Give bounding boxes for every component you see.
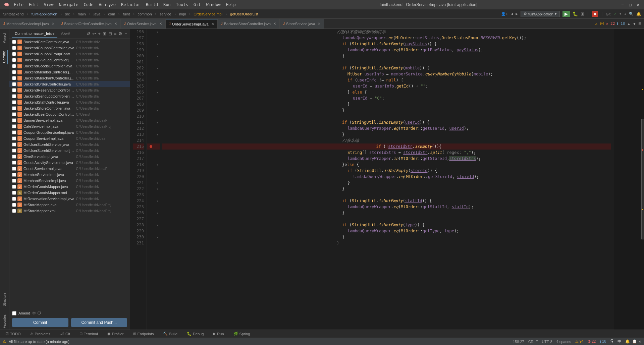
file-check-1[interactable] xyxy=(12,46,16,50)
coverage-button[interactable]: ⊞ xyxy=(581,11,584,16)
menu-view[interactable]: View xyxy=(42,2,56,8)
maximize-button[interactable]: □ xyxy=(627,2,634,7)
bottom-tab-problems[interactable]: ⚠ Problems xyxy=(28,331,53,337)
file-item-9[interactable]: J BackendSendLogController.java C:\Users… xyxy=(9,93,130,99)
menu-tools[interactable]: Tools xyxy=(174,2,190,8)
file-item-1[interactable]: J BackendCouponController.java C:\Users\… xyxy=(9,45,130,51)
menu-code[interactable]: Code xyxy=(82,2,96,8)
tab-order-service-impl[interactable]: J OrderServiceImpl.java ✕ xyxy=(166,19,218,28)
file-check-27[interactable] xyxy=(12,203,16,207)
file-item-11[interactable]: J BackendStoreController.java C:\Users\f… xyxy=(9,105,130,111)
bottom-tab-git[interactable]: ⎇ Git xyxy=(57,331,73,337)
file-item-16[interactable]: J CouponServiceImpl.java C:\Users\feishi… xyxy=(9,135,130,141)
file-check-3[interactable] xyxy=(12,58,16,62)
tab-chevron-down[interactable]: ▼ xyxy=(633,22,636,26)
file-check-22[interactable] xyxy=(12,173,16,177)
file-check-9[interactable] xyxy=(12,94,16,98)
file-item-26[interactable]: J MtReservationServiceImpl.java C:\Users… xyxy=(9,196,130,202)
tab-close-backend-store[interactable]: ✕ xyxy=(273,22,276,25)
file-item-14[interactable]: J CateServiceImpl.java C:\Users\feishi\I… xyxy=(9,123,130,129)
file-item-7[interactable]: J BackendOrderController.java C:\Users\f… xyxy=(9,81,130,87)
file-item-3[interactable]: J BackendGiveLogController.java C:\Users… xyxy=(9,57,130,63)
menu-git[interactable]: Git xyxy=(192,2,203,8)
fold-226[interactable]: ▾ xyxy=(155,210,160,216)
file-check-28[interactable] xyxy=(12,209,16,213)
amend-settings-btn[interactable]: ⚙ xyxy=(32,311,36,315)
menu-help[interactable]: Help xyxy=(224,2,238,8)
file-item-21[interactable]: J GoodsServiceImpl.java C:\Users\feishi\… xyxy=(9,166,130,172)
commit-minimize-btn[interactable]: − xyxy=(124,31,127,36)
tab-chevron-up[interactable]: ▲ xyxy=(627,22,631,26)
menu-run[interactable]: Run xyxy=(161,2,173,8)
run-config-dropdown[interactable]: ⚙ fuintApplication ▾ xyxy=(521,11,560,17)
tab-backend-store[interactable]: J BackendStoreController.java ✕ xyxy=(218,19,280,28)
file-item-18[interactable]: J GetUserStoreIdServiceImpl.java C:\User… xyxy=(9,148,130,154)
commit-revert-btn[interactable]: ↩ xyxy=(92,31,96,36)
tab-close-store-service[interactable]: ✕ xyxy=(318,22,320,25)
tab-order-service[interactable]: J OrderService.java ✕ xyxy=(121,19,166,28)
breadcrumb-app[interactable]: fuint-application xyxy=(32,12,57,16)
file-item-15[interactable]: J CouponGroupServiceImpl.java C:\Users\f… xyxy=(9,129,130,135)
bottom-tab-build[interactable]: 🔨 Build xyxy=(160,331,180,337)
breadcrumb-service[interactable]: service xyxy=(160,12,171,16)
bottom-tab-endpoints[interactable]: ⊞ Endpoints xyxy=(130,331,157,337)
file-item-12[interactable]: J BackendUserCouponController.java C:\Us… xyxy=(9,111,130,117)
menu-edit[interactable]: Edit xyxy=(27,2,41,8)
file-item-5[interactable]: J BackendMemberController.java C:\Users\… xyxy=(9,69,130,75)
tab-store-service[interactable]: J StoreService.java ✕ xyxy=(280,19,324,28)
commit-add-btn[interactable]: + xyxy=(98,31,101,36)
menu-bar[interactable]: 🧠 File Edit View Navigate Code Analyze R… xyxy=(3,2,238,8)
file-item-0[interactable]: J BackendCateController.java C:\Users\fe… xyxy=(9,39,130,45)
breadcrumb-class[interactable]: OrderServiceImpl xyxy=(194,12,222,16)
amend-checkbox[interactable] xyxy=(12,311,16,315)
git-update[interactable]: ↑ xyxy=(619,12,622,16)
menu-analyze[interactable]: Analyze xyxy=(97,2,118,8)
file-check-21[interactable] xyxy=(12,167,16,171)
file-item-28[interactable]: X MtStoreMapper.xml C:\Users\feishi\Idea… xyxy=(9,208,130,214)
bottom-tab-todo[interactable]: ☑ TODO xyxy=(3,331,23,337)
fold-200[interactable]: ▾ xyxy=(155,53,160,59)
file-check-23[interactable] xyxy=(12,179,16,183)
file-check-12[interactable] xyxy=(12,112,16,116)
file-item-27[interactable]: J MtStoreMapper.java C:\Users\feishi\Ide… xyxy=(9,202,130,208)
commit-sort-btn[interactable]: ≡ xyxy=(114,31,117,36)
breadcrumb-main[interactable]: main xyxy=(78,12,86,16)
stop-button[interactable]: ■ xyxy=(592,11,598,17)
tab-backend-order[interactable]: J BackendOrderController.java ✕ xyxy=(58,19,121,28)
fold-224[interactable]: ▾ xyxy=(155,198,160,204)
side-tab-structure[interactable]: Structure xyxy=(1,291,8,308)
commit-button[interactable]: Commit xyxy=(12,318,68,327)
run-button[interactable]: ▶ xyxy=(562,11,570,17)
file-item-23[interactable]: J MerchantServiceImpl.java C:\Users\feis… xyxy=(9,178,130,184)
scroll-thumb[interactable] xyxy=(641,119,644,239)
status-errors[interactable]: ⊗ 22 xyxy=(588,339,596,344)
file-check-11[interactable] xyxy=(12,106,16,110)
file-check-6[interactable] xyxy=(12,76,16,80)
debug-button[interactable]: 🐛 xyxy=(573,11,578,16)
file-check-13[interactable] xyxy=(12,118,16,122)
tab-close-order-impl[interactable]: ✕ xyxy=(211,22,214,26)
tab-close-order-service[interactable]: ✕ xyxy=(159,22,162,25)
fold-211[interactable]: ▾ xyxy=(155,119,160,125)
side-tab-favorites[interactable]: Favorites xyxy=(1,313,8,330)
fold-213[interactable]: ▾ xyxy=(155,131,160,137)
commit-expand-btn[interactable]: ⊟ xyxy=(108,31,112,36)
file-check-7[interactable] xyxy=(12,82,16,86)
git-checkmark[interactable]: ✓ xyxy=(614,12,616,16)
bottom-tab-run[interactable]: ▶ Run xyxy=(210,331,226,337)
file-check-8[interactable] xyxy=(12,88,16,92)
breadcrumb-com[interactable]: com xyxy=(108,12,115,16)
fold-209[interactable]: ▾ xyxy=(155,107,160,113)
status-sougou-icon[interactable]: S xyxy=(610,338,613,345)
tab-merchant-service[interactable]: J MerchantServiceImpl.java ✕ xyxy=(0,19,58,28)
git-push[interactable]: ↓ xyxy=(624,12,626,16)
vcs-icon[interactable]: 👤› xyxy=(501,12,508,16)
breadcrumb-impl[interactable]: impl xyxy=(179,12,186,16)
side-tab-commit[interactable]: Commit xyxy=(1,50,8,64)
file-check-25[interactable] xyxy=(12,191,16,195)
code-editor[interactable]: //默认不查询已预约的订单 lambdaQueryWrapper.ne(MtOr… xyxy=(160,29,614,330)
navigate-forward[interactable]: ▶ xyxy=(516,12,518,16)
file-check-15[interactable] xyxy=(12,130,16,134)
file-item-2[interactable]: J BackendCouponGroupController.java C:\U… xyxy=(9,51,130,57)
file-check-5[interactable] xyxy=(12,70,16,74)
